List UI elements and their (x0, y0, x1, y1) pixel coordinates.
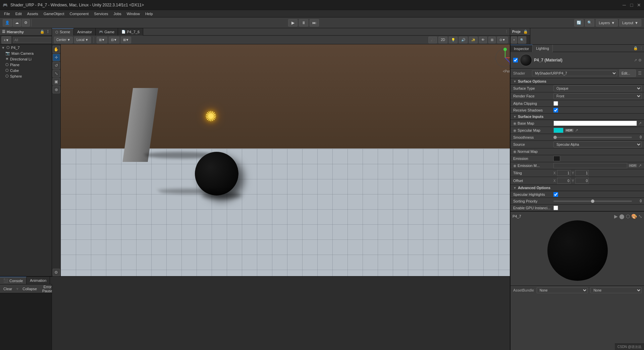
tab-lighting[interactable]: Lighting (533, 45, 553, 52)
surface-inputs-header[interactable]: ▼ Surface Inputs (511, 114, 644, 120)
receive-shadows-checkbox[interactable] (553, 108, 558, 113)
mat-preview-color-icon[interactable]: 🎨 (631, 214, 637, 219)
inspector-options-icon[interactable]: ⋮ (639, 46, 643, 50)
emission-swatch[interactable] (553, 156, 560, 161)
transform-tool[interactable]: ⊕ (53, 86, 60, 93)
tab-game[interactable]: 🎮 Game (96, 28, 118, 36)
emission-map-pick-icon[interactable]: ↗ (638, 163, 642, 168)
center-button[interactable]: Center ▼ (54, 37, 73, 43)
play-button[interactable]: ▶ (288, 19, 298, 27)
tiling-x-input[interactable] (557, 170, 571, 176)
pause-button[interactable]: ⏸ (299, 19, 308, 27)
cloud-button[interactable]: ☁ (13, 19, 21, 27)
tiling-y-input[interactable] (575, 170, 589, 176)
project-add-button[interactable]: + (511, 36, 517, 44)
hierarchy-add-button[interactable]: +▼ (1, 36, 11, 44)
menu-jobs[interactable]: Jobs (111, 11, 124, 16)
sorting-priority-slider[interactable] (553, 201, 632, 202)
smoothness-slider[interactable] (553, 137, 632, 138)
surface-options-header[interactable]: ▼ Surface Options (511, 78, 644, 85)
grid-toggle[interactable]: ⊞ (488, 37, 496, 43)
2d-button[interactable]: 2D (438, 37, 447, 43)
menu-services[interactable]: Services (91, 11, 111, 16)
maximize-button[interactable]: □ (629, 3, 634, 7)
source-select[interactable]: Specular Alpha (553, 141, 642, 147)
rect-tool[interactable]: ▣ (53, 78, 60, 85)
grid-button[interactable]: ⊞▼ (97, 37, 107, 43)
step-button[interactable]: ⏭ (310, 19, 319, 27)
account-button[interactable]: 👤 (3, 19, 12, 27)
layout-button[interactable]: Layout ▼ (619, 19, 641, 27)
edit-shader-button[interactable]: Edit... (619, 70, 636, 77)
rotate-tool[interactable]: ↺ (53, 62, 60, 69)
hierarchy-item-sphere[interactable]: ⬡ Sphere (0, 73, 52, 79)
offset-y-input[interactable] (575, 178, 589, 184)
settings-icon[interactable]: ⚙ (638, 58, 642, 62)
hierarchy-item-cube[interactable]: ⬡ Cube (0, 68, 52, 73)
hierarchy-search[interactable] (13, 37, 52, 43)
tab-scene[interactable]: ⬡ Scene (52, 28, 74, 36)
hierarchy-item-p4-7[interactable]: ▼ ⬡ P4_7 (0, 45, 52, 50)
asset-bundle-select[interactable]: None (537, 287, 588, 293)
surface-type-select[interactable]: Opaque (553, 85, 642, 91)
scale-tool[interactable]: ⤡ (53, 70, 60, 77)
emission-map-field[interactable] (553, 163, 627, 168)
alpha-clipping-checkbox[interactable] (553, 101, 558, 106)
material-enabled-checkbox[interactable] (513, 58, 518, 62)
hand-tool[interactable]: ✋ (53, 46, 60, 53)
tab-inspector[interactable]: Inspector (511, 45, 533, 52)
menu-file[interactable]: File (1, 11, 13, 16)
clear-button[interactable]: Clear (1, 286, 14, 292)
menu-component[interactable]: Component (67, 11, 91, 16)
effects-toggle[interactable]: ✨ (469, 37, 478, 43)
menu-gameobject[interactable]: GameObject (41, 11, 67, 16)
tab-animator[interactable]: Animator (74, 28, 96, 36)
shader-menu-icon[interactable]: ☰ (638, 71, 642, 76)
camera-settings-button[interactable]: 🎥 (428, 37, 437, 43)
search-button[interactable]: 🔍 (585, 19, 594, 27)
base-map-pick-icon[interactable]: ↗ (638, 121, 642, 126)
tool-settings[interactable]: ⚙ (53, 269, 60, 276)
mat-preview-sphere-icon[interactable]: ⬤ (619, 214, 625, 219)
settings-button[interactable]: ⚙ (22, 19, 30, 27)
menu-help[interactable]: Help (143, 11, 156, 16)
hierarchy-item-plane[interactable]: ⬡ Plane (0, 62, 52, 68)
snap-button[interactable]: ⊟▼ (109, 37, 119, 43)
specular-map-swatch[interactable] (553, 128, 564, 133)
project-search-button[interactable]: 🔍 (518, 36, 526, 44)
align-button[interactable]: ⊠▼ (121, 37, 131, 43)
mat-preview-cube-icon[interactable]: ⬡ (626, 214, 630, 219)
offset-x-input[interactable] (557, 178, 571, 184)
advanced-options-header[interactable]: ▼ Advanced Options (511, 185, 644, 191)
scene-gizmo[interactable]: y (495, 48, 510, 68)
tab-p4-7-6[interactable]: 📄 P4_7_6 (118, 28, 143, 36)
menu-assets[interactable]: Assets (24, 11, 41, 16)
inspector-lock-icon[interactable]: 🔒 (633, 46, 638, 50)
mat-preview-play[interactable]: ▶ (614, 214, 618, 219)
hierarchy-item-maincamera[interactable]: 📷 Main Camera (0, 50, 52, 56)
collapse-button[interactable]: Collapse (20, 286, 39, 292)
gizmos-button[interactable]: ⊙▼ (497, 37, 508, 43)
tab-console-left[interactable]: ⬛ Console (0, 277, 26, 284)
collab-button[interactable]: 🔄 (574, 19, 584, 27)
menu-window[interactable]: Window (124, 11, 143, 16)
scene-tab-options-icon[interactable]: ⋮ (505, 30, 508, 34)
audio-toggle[interactable]: 🔊 (459, 37, 468, 43)
shader-select[interactable]: MyShader/URP/P4_7 (532, 70, 617, 76)
enable-gpu-checkbox[interactable] (553, 206, 558, 210)
specular-map-pick-icon[interactable]: ↗ (575, 128, 578, 133)
mat-preview-expand-icon[interactable]: ⤡ (638, 214, 642, 219)
asset-bundle-select2[interactable]: None (590, 287, 642, 293)
base-map-swatch[interactable] (553, 121, 637, 126)
scene-view[interactable]: ✋ ✛ ↺ ⤡ ▣ ⊕ ⚙ ✺ (52, 44, 510, 276)
move-tool[interactable]: ✛ (53, 54, 60, 61)
hierarchy-item-directional[interactable]: ☀ Directional Li (0, 56, 52, 62)
local-button[interactable]: Local ▼ (74, 37, 91, 43)
lighting-toggle[interactable]: 💡 (449, 37, 458, 43)
minimize-button[interactable]: ─ (622, 3, 627, 7)
layers-button[interactable]: Layers ▼ (596, 19, 618, 27)
menu-edit[interactable]: Edit (13, 11, 24, 16)
render-face-select[interactable]: Front (553, 93, 642, 99)
tab-animation-left[interactable]: Animation (26, 277, 50, 284)
close-button[interactable]: ✕ (637, 3, 641, 7)
